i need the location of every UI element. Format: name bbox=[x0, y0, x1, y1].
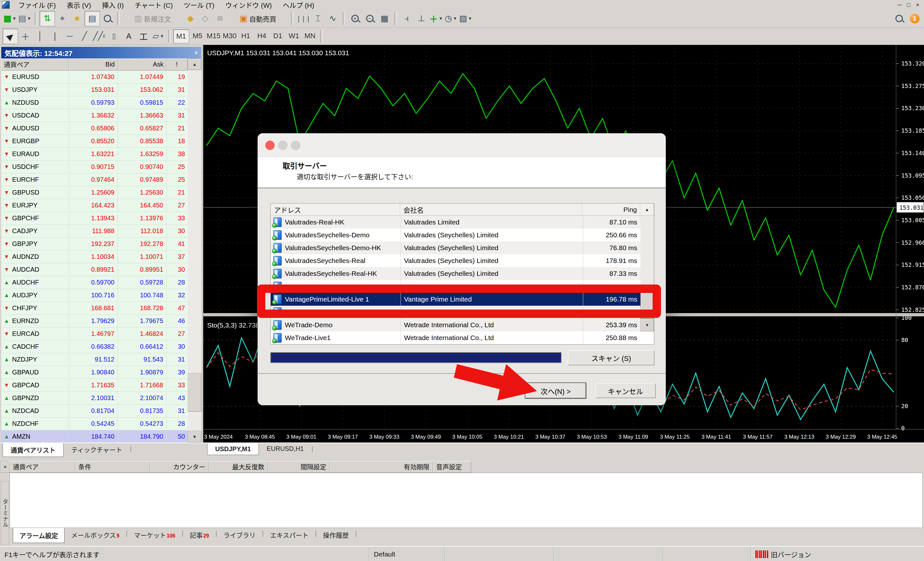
timeframe-button-m30[interactable]: M30 bbox=[222, 29, 237, 43]
terminal-tab-6[interactable]: 操作履歴 bbox=[316, 528, 355, 542]
auto-trading-button[interactable]: ▣自動売買 bbox=[227, 11, 288, 26]
crosshair-tool[interactable]: ＋ bbox=[18, 29, 33, 44]
terminal-tab-4[interactable]: ライブラリ bbox=[217, 528, 262, 542]
fibonacci-tool[interactable]: ⣿ bbox=[106, 29, 122, 44]
market-watch-row[interactable]: ▼USDJPY153.031153.06231 bbox=[1, 84, 188, 96]
market-watch-row[interactable]: ▲NZDJPY91.51291.54331 bbox=[1, 353, 188, 366]
terminal-tab-0[interactable]: アラーム設定 bbox=[13, 528, 64, 543]
chart-shift-toggle[interactable]: ⇅ bbox=[39, 11, 55, 26]
market-watch-row[interactable]: ▼USDCAD1.366321.3666331 bbox=[1, 109, 188, 122]
scroll-up-icon[interactable]: ▲ bbox=[640, 204, 654, 216]
market-watch-row[interactable]: ▼GBPCHF1.139431.1397633 bbox=[1, 212, 188, 225]
server-row[interactable]: ValutradesSeychelles-Demo-HKValutrades (… bbox=[271, 242, 654, 254]
vertical-line-tool[interactable]: │ bbox=[33, 29, 48, 44]
market-watch-row[interactable]: ▼AUDNZD1.100341.1007137 bbox=[1, 250, 188, 263]
server-row[interactable]: ValutradesSeychelles-Real-HKValutrades (… bbox=[271, 267, 654, 280]
zoom-in-button[interactable]: + bbox=[348, 11, 362, 26]
mac-minimize-icon[interactable] bbox=[278, 141, 288, 150]
templates-button[interactable]: ▨▼ bbox=[458, 11, 473, 26]
market-watch-row[interactable]: ▼CADJPY111.988112.01830 bbox=[1, 225, 188, 238]
profiles-button[interactable]: ▤▼ bbox=[17, 11, 32, 26]
market-watch-toggle[interactable]: ▤ bbox=[84, 11, 100, 26]
timeframe-button-h4[interactable]: H4 bbox=[254, 29, 270, 43]
market-watch-row[interactable]: ▼EURJPY164.423164.45027 bbox=[1, 199, 188, 212]
menu-item[interactable]: 表示 (V) bbox=[62, 0, 97, 10]
vertical-line-tool-alt[interactable]: ❘ bbox=[48, 29, 62, 44]
scroll-up-icon[interactable]: ▲ bbox=[188, 58, 201, 70]
market-watch-row[interactable]: ▼EURAUD1.632211.6325938 bbox=[1, 148, 188, 160]
terminal-tab-1[interactable]: メールボックス9 bbox=[64, 528, 126, 542]
market-watch-row[interactable]: ▼GBPUSD1.256091.2563021 bbox=[1, 186, 188, 199]
terminal-tab-3[interactable]: 記事29 bbox=[183, 528, 216, 542]
market-watch-row[interactable]: ▼AUDUSD0.658060.6582721 bbox=[1, 122, 188, 135]
column-header-ping[interactable]: Ping bbox=[582, 204, 640, 216]
crosshair-window-button[interactable]: ⌖ bbox=[55, 11, 70, 26]
market-watch-row[interactable]: ▲GBPNZD2.100312.1007443 bbox=[1, 392, 188, 405]
market-watch-row[interactable]: ▼EURGBP0.855200.8553818 bbox=[1, 135, 188, 148]
menu-item[interactable]: ヘルプ (H) bbox=[277, 0, 320, 10]
column-header-ask[interactable]: Ask bbox=[117, 58, 166, 70]
server-row[interactable]: WeTrade-DemoWetrade International Co., L… bbox=[271, 318, 654, 332]
mac-zoom-icon[interactable] bbox=[291, 141, 300, 150]
timeframe-button-mn[interactable]: MN bbox=[302, 29, 318, 43]
close-button[interactable]: × bbox=[914, 1, 921, 8]
market-watch-row[interactable]: ▲NZDCAD0.817040.8173531 bbox=[1, 405, 188, 417]
market-watch-row[interactable]: ▼EURCAD1.467971.4682427 bbox=[1, 327, 188, 340]
terminal-side-tab[interactable]: ターミナル bbox=[1, 481, 9, 545]
alerts-body[interactable] bbox=[10, 473, 923, 528]
status-version[interactable]: 旧バージョン bbox=[751, 546, 924, 561]
menu-item[interactable]: 挿入 (I) bbox=[96, 0, 129, 10]
terminal-tab-2[interactable]: マーケット106 bbox=[128, 528, 182, 542]
menu-item[interactable]: ファイル (F) bbox=[13, 0, 62, 10]
column-header-symbol[interactable]: 通貨ペア bbox=[1, 58, 69, 70]
bar-chart-button[interactable]: ❘❘❘ bbox=[296, 11, 310, 26]
market-watch-row[interactable]: ▲AUDJPY100.716100.74832 bbox=[1, 289, 188, 302]
alerts-column-2[interactable]: カウンター bbox=[150, 461, 209, 473]
periods-button[interactable]: ◷▼ bbox=[444, 11, 458, 26]
add-indicator-button[interactable]: ＋▼ bbox=[429, 11, 444, 26]
tab-chart-0[interactable]: USDJPY,M1 bbox=[207, 443, 259, 455]
text-tool[interactable]: A bbox=[122, 29, 136, 44]
timeframe-button-m1[interactable]: M1 bbox=[173, 29, 189, 44]
market-watch-row[interactable]: ▲NZDCHF0.542450.5427328 bbox=[1, 417, 188, 430]
menu-item[interactable]: チャート (C) bbox=[129, 0, 178, 10]
zoom-out-button[interactable]: − bbox=[362, 11, 377, 26]
market-watch-row[interactable]: ▼USDCHF0.907150.9074025 bbox=[1, 160, 188, 173]
market-watch-row[interactable]: ▲CADCHF0.663820.6641230 bbox=[1, 340, 188, 353]
market-watch-row[interactable]: ▼EURCHF0.974640.9748925 bbox=[1, 173, 188, 186]
arrows-tool[interactable]: ▱▼ bbox=[151, 29, 166, 44]
alerts-column-0[interactable]: 通貨ペア bbox=[10, 461, 75, 473]
candlestick-chart-button[interactable]: ⌶ bbox=[310, 11, 326, 26]
close-terminal-button[interactable]: × bbox=[1, 461, 10, 473]
mql5-button[interactable]: ◆ bbox=[183, 11, 198, 26]
text-label-tool[interactable]: 工 bbox=[136, 29, 151, 44]
market-watch-row[interactable]: ▼AUDCAD0.899210.8995130 bbox=[1, 263, 188, 276]
alerts-column-3[interactable]: 最大反復数 bbox=[209, 461, 268, 473]
market-watch-title[interactable]: 気配値表示: 12:54:27 × bbox=[1, 47, 201, 58]
close-icon[interactable]: × bbox=[194, 49, 198, 57]
scroll-down-icon[interactable]: ▼ bbox=[640, 318, 654, 332]
new-order-button[interactable]: ▥新規注文 bbox=[122, 11, 183, 26]
market-watch-row[interactable]: ▼CHFJPY168.681168.72847 bbox=[1, 302, 188, 315]
timeframe-button-m15[interactable]: M15 bbox=[206, 29, 221, 43]
minimize-button[interactable]: ─ bbox=[896, 1, 903, 8]
tab-market-watch-1[interactable]: ティックチャート bbox=[64, 443, 130, 456]
arrange-horizontal-button[interactable]: ⫞ bbox=[399, 11, 414, 26]
arrange-vertical-button[interactable]: ⊥ bbox=[414, 11, 429, 26]
tab-market-watch-0[interactable]: 通貨ペアリスト bbox=[3, 443, 64, 457]
strategy-tester-button[interactable]: ◇ bbox=[198, 11, 213, 26]
column-header-bid[interactable]: Bid bbox=[69, 58, 117, 70]
scrollbar-thumb[interactable] bbox=[188, 373, 201, 412]
dialog-titlebar[interactable] bbox=[258, 133, 666, 157]
new-chart-button[interactable]: ▦▼ bbox=[3, 11, 17, 26]
market-watch-row[interactable]: ▲NZDUSD0.597930.5981522 bbox=[1, 96, 188, 109]
cursor-tool[interactable]: ▶ bbox=[3, 28, 18, 44]
trendline-tool[interactable]: ╱ bbox=[77, 29, 92, 44]
timeframe-button-w1[interactable]: W1 bbox=[286, 29, 302, 43]
menu-item[interactable]: ウィンドウ (W) bbox=[220, 0, 278, 10]
notification-badge[interactable]: 1 bbox=[910, 14, 920, 24]
server-row[interactable]: Valutrades-Real-HKValutrades Limited87.1… bbox=[271, 216, 654, 229]
alerts-column-6[interactable]: 音声設定 bbox=[433, 461, 471, 473]
alerts-column-1[interactable]: 条件 bbox=[75, 461, 150, 473]
market-watch-row[interactable]: ▼EURUSD1.074301.0744919 bbox=[1, 70, 188, 84]
